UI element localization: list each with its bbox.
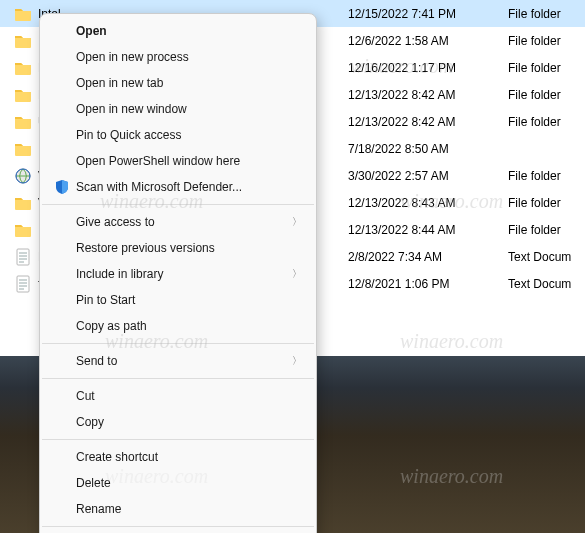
menu-rename[interactable]: Rename bbox=[40, 496, 316, 522]
menu-powershell[interactable]: Open PowerShell window here bbox=[40, 148, 316, 174]
chevron-right-icon: 〉 bbox=[292, 354, 302, 368]
menu-cut[interactable]: Cut bbox=[40, 383, 316, 409]
file-date: 12/15/2022 7:41 PM bbox=[348, 7, 508, 21]
folder-icon bbox=[14, 5, 32, 23]
file-date: 12/13/2022 8:43 AM bbox=[348, 196, 508, 210]
globe-icon bbox=[14, 167, 32, 185]
watermark: winaero.com bbox=[400, 465, 503, 488]
menu-delete[interactable]: Delete bbox=[40, 470, 316, 496]
file-type: File folder bbox=[508, 61, 585, 75]
file-date: 7/18/2022 8:50 AM bbox=[348, 142, 508, 156]
file-type: File folder bbox=[508, 34, 585, 48]
file-type: File folder bbox=[508, 115, 585, 129]
menu-pin-quick[interactable]: Pin to Quick access bbox=[40, 122, 316, 148]
file-date: 12/13/2022 8:42 AM bbox=[348, 115, 508, 129]
chevron-right-icon: 〉 bbox=[292, 267, 302, 281]
menu-give-access[interactable]: Give access to〉 bbox=[40, 209, 316, 235]
menu-send-to[interactable]: Send to〉 bbox=[40, 348, 316, 374]
text-icon bbox=[14, 275, 32, 293]
file-date: 12/6/2022 1:58 AM bbox=[348, 34, 508, 48]
file-date: 12/13/2022 8:42 AM bbox=[348, 88, 508, 102]
folder-icon bbox=[14, 59, 32, 77]
menu-open[interactable]: Open bbox=[40, 18, 316, 44]
watermark: winaero.com bbox=[400, 330, 503, 353]
menu-open-tab[interactable]: Open in new tab bbox=[40, 70, 316, 96]
menu-copy[interactable]: Copy bbox=[40, 409, 316, 435]
folder-icon bbox=[14, 32, 32, 50]
context-menu: Open Open in new process Open in new tab… bbox=[39, 13, 317, 533]
menu-separator bbox=[42, 439, 314, 440]
file-date: 12/16/2022 1:17 PM bbox=[348, 61, 508, 75]
file-date: 3/30/2022 2:57 AM bbox=[348, 169, 508, 183]
menu-include-lib[interactable]: Include in library〉 bbox=[40, 261, 316, 287]
menu-defender[interactable]: Scan with Microsoft Defender... bbox=[40, 174, 316, 200]
file-type: File folder bbox=[508, 196, 585, 210]
menu-separator bbox=[42, 343, 314, 344]
file-type: File folder bbox=[508, 223, 585, 237]
file-date: 2/8/2022 7:34 AM bbox=[348, 250, 508, 264]
menu-shortcut[interactable]: Create shortcut bbox=[40, 444, 316, 470]
menu-separator bbox=[42, 378, 314, 379]
file-type: Text Docum bbox=[508, 277, 585, 291]
folder-icon bbox=[14, 140, 32, 158]
menu-restore[interactable]: Restore previous versions bbox=[40, 235, 316, 261]
menu-separator bbox=[42, 204, 314, 205]
menu-separator bbox=[42, 526, 314, 527]
file-date: 12/13/2022 8:44 AM bbox=[348, 223, 508, 237]
folder-icon bbox=[14, 86, 32, 104]
text-icon bbox=[14, 248, 32, 266]
chevron-right-icon: 〉 bbox=[292, 215, 302, 229]
menu-copy-path[interactable]: Copy as path bbox=[40, 313, 316, 339]
shield-icon bbox=[48, 179, 76, 195]
menu-pin-start[interactable]: Pin to Start bbox=[40, 287, 316, 313]
file-date: 12/8/2021 1:06 PM bbox=[348, 277, 508, 291]
folder-icon bbox=[14, 221, 32, 239]
folder-icon bbox=[14, 194, 32, 212]
file-type: File folder bbox=[508, 169, 585, 183]
menu-open-process[interactable]: Open in new process bbox=[40, 44, 316, 70]
menu-open-window[interactable]: Open in new window bbox=[40, 96, 316, 122]
file-type: File folder bbox=[508, 88, 585, 102]
folder-icon bbox=[14, 113, 32, 131]
file-type: File folder bbox=[508, 7, 585, 21]
file-type: Text Docum bbox=[508, 250, 585, 264]
